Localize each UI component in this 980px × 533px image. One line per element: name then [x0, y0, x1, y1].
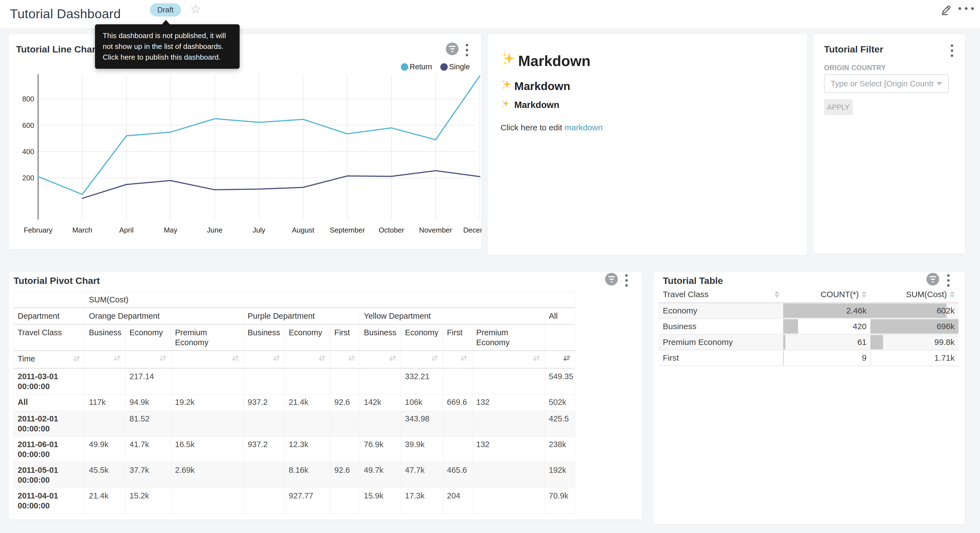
- pivot-row: 2011-02-01 00:00:0081.52343.98425.5: [14, 411, 575, 437]
- favorite-star-icon[interactable]: ☆: [190, 1, 201, 17]
- pivot-value-cell: [331, 369, 360, 394]
- pivot-table: SUM(Cost)DepartmentOrange DepartmentPurp…: [14, 292, 575, 514]
- pivot-title: Tutorial Pivot Chart: [14, 275, 100, 286]
- sparkle-icon: [501, 79, 513, 94]
- applied-filters-icon[interactable]: [926, 273, 939, 286]
- x-tick-label: June: [207, 226, 223, 234]
- select-placeholder: Type or Select [Origin Country]: [830, 79, 934, 88]
- pivot-sort-cell[interactable]: [443, 351, 473, 369]
- markdown-h3: Markdown: [501, 99, 559, 111]
- origin-country-select[interactable]: Type or Select [Origin Country]: [824, 74, 949, 93]
- pivot-value-cell: [331, 411, 360, 437]
- applied-filters-icon[interactable]: [605, 273, 618, 286]
- pivot-value-cell: 70.9k: [545, 488, 575, 514]
- pivot-sort-cell[interactable]: [126, 351, 171, 369]
- column-sorter-icon: [774, 291, 779, 298]
- tutorial-table: Travel ClassCOUNT(*)SUM(Cost)Economy2.46…: [659, 290, 958, 366]
- travel-class-cell: Business: [659, 319, 783, 334]
- apply-button[interactable]: APPLY: [824, 99, 853, 115]
- chevron-down-icon: [937, 82, 942, 85]
- pivot-value-cell: 669.6: [443, 394, 473, 411]
- sum-cell: 1.71k: [870, 351, 958, 365]
- pivot-row-header: 2011-02-01 00:00:00: [14, 411, 85, 437]
- pivot-row: All117k94.9k19.2k937.221.4k92.6142k106k6…: [14, 394, 575, 411]
- pivot-value-cell: 76.9k: [360, 437, 401, 462]
- pivot-value-cell: 142k: [360, 394, 401, 411]
- column-sorter-icon: [950, 291, 955, 298]
- pivot-value-cell: 217.14: [126, 369, 171, 394]
- pivot-value-cell: 15.2k: [126, 488, 171, 514]
- y-tick-label: 600: [22, 121, 34, 129]
- draft-status-badge[interactable]: Draft: [150, 3, 181, 17]
- x-tick-label: April: [119, 226, 134, 234]
- pivot-menu-icon[interactable]: [624, 273, 629, 288]
- pivot-value-cell: 47.7k: [401, 462, 443, 488]
- pivot-row-header: 2011-04-01 00:00:00: [14, 488, 85, 514]
- x-tick-label: August: [292, 226, 315, 234]
- pivot-class-header: Economy: [285, 324, 331, 351]
- pivot-value-cell: [473, 369, 545, 394]
- pivot-value-cell: 343.98: [401, 411, 443, 437]
- publish-tooltip[interactable]: This dashboard is not published, it will…: [95, 19, 240, 69]
- pivot-time-label: Time: [18, 354, 35, 364]
- pivot-value-cell: 106k: [401, 394, 443, 411]
- y-tick-label: 800: [22, 95, 34, 103]
- pivot-value-cell: 332.21: [401, 369, 443, 394]
- pivot-value-cell: 19.2k: [171, 394, 244, 411]
- pivot-sort-cell[interactable]: [285, 351, 331, 369]
- sum-cell: 99.8k: [870, 335, 958, 349]
- table-menu-icon[interactable]: [945, 273, 951, 288]
- pivot-time-header[interactable]: Time: [14, 351, 85, 369]
- filter-panel-title: Tutorial Filter: [824, 44, 883, 55]
- x-tick-label: November: [419, 226, 452, 234]
- pivot-sort-cell[interactable]: [473, 351, 545, 369]
- pivot-value-cell: 92.6: [331, 462, 360, 488]
- pivot-class-header: Economy: [126, 324, 171, 351]
- sparkle-icon: [501, 99, 511, 111]
- pivot-sort-cell-sorted[interactable]: [545, 351, 575, 369]
- markdown-cta: Click here to edit markdown: [501, 123, 603, 132]
- pivot-value-cell: 465.6: [443, 462, 473, 488]
- pivot-row-header: 2011-03-01 00:00:00: [14, 369, 85, 394]
- more-actions-icon[interactable]: [958, 7, 974, 10]
- pivot-value-cell: [285, 411, 331, 437]
- pivot-value-cell: 8.16k: [285, 462, 331, 488]
- x-tick-label: October: [379, 226, 404, 234]
- table-title: Tutorial Table: [663, 275, 723, 286]
- header-label: SUM(Cost): [906, 290, 947, 299]
- pivot-sort-cell[interactable]: [85, 351, 126, 369]
- pivot-value-cell: [171, 369, 244, 394]
- pivot-sort-cell[interactable]: [244, 351, 285, 369]
- pivot-sort-cell[interactable]: [171, 351, 244, 369]
- pivot-value-cell: 21.4k: [85, 488, 126, 514]
- pivot-value-cell: [473, 462, 545, 488]
- pivot-sort-cell[interactable]: [401, 351, 443, 369]
- table-header-sum-cost-[interactable]: SUM(Cost): [870, 290, 958, 303]
- y-tick-label: 200: [22, 174, 34, 182]
- pivot-value-cell: [285, 369, 331, 394]
- pivot-class-header: [545, 324, 575, 351]
- edit-pencil-icon[interactable]: [939, 2, 953, 17]
- pivot-value-cell: 17.3k: [401, 488, 443, 514]
- pivot-sort-cell[interactable]: [360, 351, 401, 369]
- pivot-value-cell: [360, 369, 401, 394]
- pivot-sort-cell[interactable]: [331, 351, 360, 369]
- pivot-dept-label: Department: [14, 308, 85, 324]
- edit-markdown-link[interactable]: markdown: [565, 123, 603, 132]
- pivot-value-cell: [473, 488, 545, 514]
- pivot-class-label: Travel Class: [14, 324, 85, 351]
- pivot-row-header: All: [14, 394, 85, 411]
- pivot-dept-header: Orange Department: [85, 308, 244, 324]
- pivot-value-cell: 549.35: [545, 369, 575, 394]
- pivot-value-cell: 502k: [545, 394, 575, 411]
- pivot-value-cell: 204: [443, 488, 473, 514]
- table-header-travel-class[interactable]: Travel Class: [659, 290, 783, 303]
- pivot-value-cell: [443, 437, 473, 462]
- filter-menu-icon[interactable]: [949, 43, 955, 59]
- table-header-count-[interactable]: COUNT(*): [783, 290, 870, 303]
- table-row: Premium Economy6199.8k: [659, 334, 958, 350]
- pivot-class-header: Business: [360, 324, 401, 351]
- pivot-value-cell: 2.69k: [171, 462, 244, 488]
- table-row: Economy2.46k602k: [659, 303, 958, 319]
- pivot-class-header: Business: [85, 324, 126, 351]
